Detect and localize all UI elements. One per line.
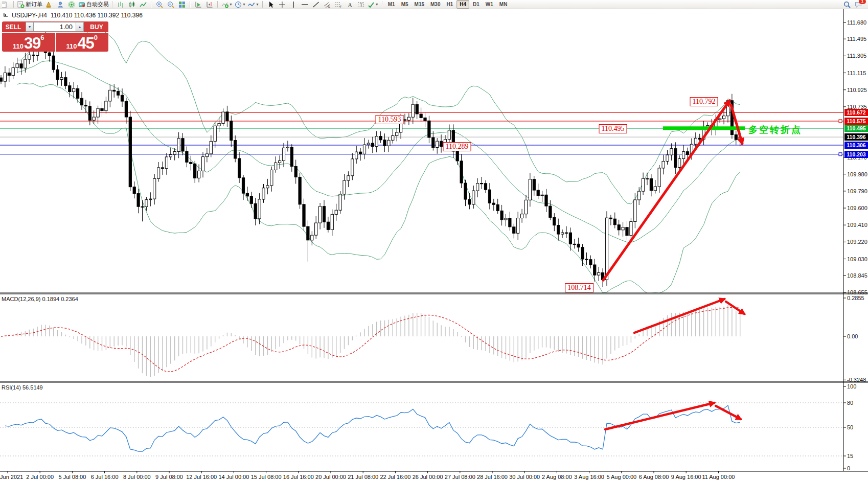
cursor-button[interactable] — [266, 1, 276, 8]
candle-body — [299, 177, 301, 204]
price-tick-label: 109.220 — [847, 239, 868, 245]
candle-body — [84, 105, 87, 106]
price-annotation-label[interactable]: 110.792 — [690, 97, 718, 106]
turning-point-annotation[interactable]: 多空转折点 — [748, 124, 802, 136]
candle-body — [303, 204, 305, 226]
timeframe-m30-button[interactable]: M30 — [428, 1, 443, 8]
timeframe-w1-button[interactable]: W1 — [483, 1, 496, 8]
templates-button[interactable]: ▼ — [247, 1, 260, 8]
buy-quote[interactable]: 110 45 0 — [56, 33, 109, 52]
crayon-button[interactable] — [44, 1, 54, 8]
zoom-out-button[interactable] — [166, 1, 176, 8]
line-chart-button[interactable] — [138, 1, 148, 8]
search-icon — [843, 1, 851, 8]
candle-body — [698, 138, 701, 139]
zoom-in-button[interactable] — [154, 1, 165, 8]
new-order-button[interactable]: 新订单 — [17, 1, 43, 8]
periods-button[interactable]: ▼ — [234, 1, 246, 8]
chart-canvas[interactable] — [0, 0, 868, 481]
trendline-button[interactable] — [311, 1, 321, 8]
candle-body — [392, 135, 394, 140]
bar-chart-button[interactable] — [116, 1, 126, 8]
price-tick-label: 108.845 — [847, 272, 868, 279]
volume-decrease-button[interactable]: ▼ — [26, 22, 34, 32]
macd-trend-arrow[interactable] — [726, 302, 744, 314]
candle-body — [363, 145, 366, 154]
linechart-icon — [140, 1, 147, 8]
candle-body — [509, 218, 511, 227]
rsi-trend-arrow[interactable] — [605, 403, 714, 429]
chart-shift-button[interactable] — [204, 1, 215, 8]
rsi-pane[interactable] — [0, 403, 843, 456]
text-label-button[interactable]: T — [356, 1, 366, 8]
timeframe-m1-button[interactable]: M1 — [385, 1, 398, 8]
candle-body — [279, 161, 281, 163]
fibonacci-button[interactable]: F — [333, 1, 344, 8]
candle-body — [153, 178, 156, 199]
text-button[interactable]: A — [345, 1, 355, 8]
candle-body — [541, 195, 543, 195]
turning-point-segment[interactable] — [663, 126, 745, 130]
autotrade-button[interactable]: 自动交易 — [78, 1, 109, 8]
chat-button[interactable]: 1 — [853, 1, 863, 8]
candle-body — [52, 56, 55, 70]
sell-quote[interactable]: 110 39 6 — [2, 33, 55, 52]
vertical-line-button[interactable] — [288, 1, 299, 8]
candle-body — [484, 184, 487, 190]
candle-body — [218, 123, 220, 126]
timeframe-mn-button[interactable]: MN — [497, 1, 510, 8]
candle-body — [109, 90, 111, 101]
auto-scroll-button[interactable] — [193, 1, 203, 8]
volume-increase-button[interactable]: ▲ — [76, 22, 84, 32]
line-handle[interactable] — [839, 153, 842, 156]
signal-button[interactable] — [66, 1, 77, 8]
shiftchart-icon — [206, 1, 213, 8]
price-annotation-label[interactable]: 108.714 — [565, 283, 593, 292]
hline-icon — [301, 1, 308, 8]
candle-chart-button[interactable] — [127, 1, 137, 8]
profile-button[interactable] — [55, 1, 65, 8]
line-handle[interactable] — [839, 120, 842, 123]
timeframe-m5-button[interactable]: M5 — [399, 1, 411, 8]
horizontal-line-button[interactable] — [300, 1, 310, 8]
bollinger-band — [17, 61, 740, 242]
volume-input[interactable] — [34, 22, 76, 32]
tile-windows-button[interactable] — [177, 1, 187, 8]
buy-button[interactable]: BUY — [85, 21, 108, 32]
price-tick-label: 109.980 — [847, 171, 868, 177]
price-tick-label: 110.925 — [847, 87, 868, 93]
timeframe-h1-button[interactable]: H1 — [444, 1, 455, 8]
macd-pane[interactable] — [1, 299, 744, 377]
arrows-button[interactable]: ▼ — [367, 1, 379, 8]
timeframe-h4-button[interactable]: H4 — [456, 0, 469, 9]
price-tick-label: 109.600 — [847, 205, 868, 211]
candle-body — [557, 225, 560, 234]
main-pane[interactable] — [0, 29, 843, 293]
price-tick-label: 109.030 — [847, 256, 868, 262]
candle-body — [56, 70, 59, 79]
price-annotation-label[interactable]: 110.593 — [376, 115, 404, 124]
price-badge: 110.203 — [844, 151, 868, 158]
timeframe-d1-button[interactable]: D1 — [470, 1, 482, 8]
candle-body — [585, 259, 588, 260]
candle-body — [258, 199, 261, 219]
price-tick-label: 111.495 — [847, 36, 868, 42]
timeframe-m15-button[interactable]: M15 — [412, 1, 427, 8]
zoomout-icon — [167, 1, 174, 8]
time-axis-label: 12 Jul 16:00 — [186, 474, 217, 480]
price-annotation-label[interactable]: 110.289 — [443, 142, 471, 151]
candle-body — [618, 225, 620, 230]
price-annotation-label[interactable]: 110.495 — [599, 124, 627, 133]
sell-button[interactable]: SELL — [2, 21, 25, 32]
crosshair-button[interactable] — [277, 1, 287, 8]
candle-body — [634, 200, 636, 222]
rsi-trend-arrow[interactable] — [716, 406, 741, 419]
equidistant-channel-button[interactable]: E — [322, 1, 332, 8]
search-button[interactable] — [842, 1, 852, 8]
time-axis-label: 9 Aug 16:00 — [671, 474, 701, 480]
candle-body — [613, 219, 616, 225]
candle-body — [351, 159, 354, 176]
indicators-button[interactable]: ▼ — [221, 1, 233, 8]
candle-body — [517, 218, 519, 234]
candle-body — [553, 217, 556, 225]
